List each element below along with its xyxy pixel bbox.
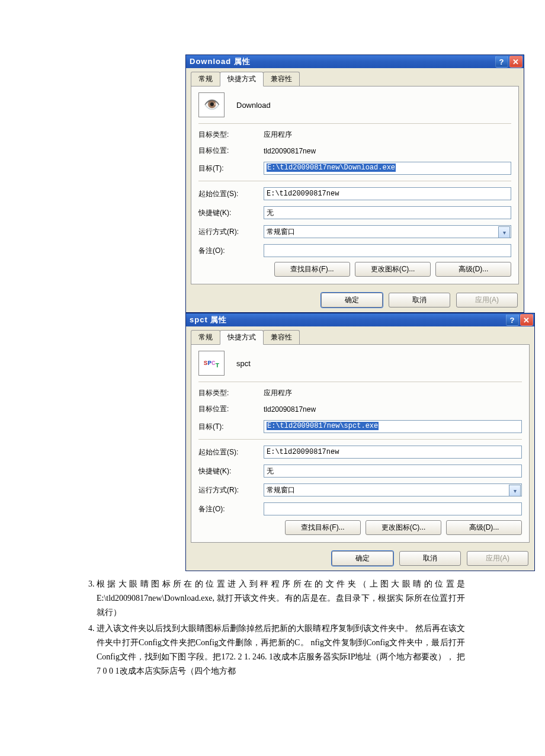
tab-panel: SPCT spct 目标类型: 应用程序 目标位置: tld20090817ne…: [191, 344, 530, 543]
target-input[interactable]: E:\tld20090817new\spct.exe: [264, 420, 522, 433]
hotkey-input[interactable]: [264, 206, 511, 219]
list-item-4: 进入该文件夹以后找到大眼睛图标后删除掉然后把新的大眼睛程序复制到该文件夹中。 然…: [97, 622, 465, 678]
window-title: spct 属性: [190, 315, 227, 325]
runmode-select[interactable]: ▾: [264, 483, 522, 496]
label-target-loc: 目标位置:: [198, 146, 264, 156]
find-target-button[interactable]: 查找目标(F)...: [285, 520, 361, 535]
tabstrip: 常规 快捷方式 兼容性: [186, 326, 534, 344]
help-button[interactable]: ?: [495, 56, 508, 68]
value-target-type: 应用程序: [264, 388, 522, 398]
titlebar[interactable]: Download 属性 ? ✕: [186, 55, 524, 68]
find-target-button[interactable]: 查找目标(F)...: [274, 262, 350, 277]
label-comment: 备注(O):: [198, 504, 264, 514]
value-target-loc: tld20090817new: [264, 147, 511, 155]
tab-shortcut[interactable]: 快捷方式: [220, 330, 264, 345]
app-name-label: spct: [236, 359, 251, 368]
tab-general[interactable]: 常规: [191, 72, 220, 86]
titlebar[interactable]: spct 属性 ? ✕: [186, 313, 534, 326]
value-target-type: 应用程序: [264, 130, 511, 140]
label-hotkey: 快捷键(K):: [198, 208, 264, 218]
spct-icon: SPCT: [198, 351, 225, 376]
tab-compat[interactable]: 兼容性: [263, 330, 300, 344]
label-target: 目标(T):: [198, 422, 264, 432]
apply-button: 应用(A): [467, 551, 528, 566]
startin-input[interactable]: [264, 446, 522, 459]
spct-properties-dialog: spct 属性 ? ✕ 常规 快捷方式 兼容性 SPCT spct 目标类型: …: [185, 313, 535, 571]
apply-button: 应用(A): [456, 293, 518, 307]
chevron-down-icon[interactable]: ▾: [509, 485, 521, 496]
close-button[interactable]: ✕: [509, 56, 522, 68]
label-comment: 备注(O):: [198, 246, 264, 256]
label-hotkey: 快捷键(K):: [198, 466, 264, 476]
advanced-button[interactable]: 高级(D)...: [446, 520, 522, 535]
cancel-button[interactable]: 取消: [399, 551, 461, 566]
chevron-down-icon[interactable]: ▾: [498, 226, 510, 238]
tab-compat[interactable]: 兼容性: [263, 72, 300, 86]
runmode-select[interactable]: ▾: [264, 225, 511, 238]
ok-button[interactable]: 确定: [321, 293, 383, 307]
help-button[interactable]: ?: [506, 314, 519, 326]
download-properties-dialog: Download 属性 ? ✕ 常规 快捷方式 兼容性 👁️ Download …: [185, 55, 524, 313]
advanced-button[interactable]: 高级(D)...: [435, 262, 511, 277]
cancel-button[interactable]: 取消: [389, 293, 450, 307]
document-text: 根据大眼睛图标所在的位置进入到秤程序所在的文件夹（上图大眼睛的位置是E:\tld…: [80, 577, 465, 678]
app-name-label: Download: [236, 101, 271, 110]
comment-input[interactable]: [264, 244, 511, 257]
label-startin: 起始位置(S):: [198, 447, 264, 457]
startin-input[interactable]: [264, 187, 511, 200]
value-target-loc: tld20090817new: [264, 405, 522, 414]
label-target-loc: 目标位置:: [198, 404, 264, 414]
tab-general[interactable]: 常规: [191, 330, 220, 344]
label-target: 目标(T):: [198, 164, 264, 174]
tab-shortcut[interactable]: 快捷方式: [220, 72, 264, 87]
label-target-type: 目标类型:: [198, 130, 264, 140]
label-target-type: 目标类型:: [198, 388, 264, 398]
tab-panel: 👁️ Download 目标类型: 应用程序 目标位置: tld20090817…: [191, 86, 519, 284]
close-button[interactable]: ✕: [520, 314, 533, 326]
label-runmode: 运行方式(R):: [198, 485, 264, 495]
tabstrip: 常规 快捷方式 兼容性: [186, 68, 524, 86]
change-icon-button[interactable]: 更改图标(C)...: [366, 520, 441, 535]
change-icon-button[interactable]: 更改图标(C)...: [355, 262, 431, 277]
ok-button[interactable]: 确定: [332, 551, 393, 566]
comment-input[interactable]: [264, 502, 522, 515]
eye-icon: 👁️: [198, 92, 225, 117]
label-runmode: 运行方式(R):: [198, 227, 264, 237]
target-input[interactable]: E:\tld20090817new\Download.exe: [264, 162, 511, 175]
window-title: Download 属性: [190, 56, 251, 67]
label-startin: 起始位置(S):: [198, 189, 264, 199]
hotkey-input[interactable]: [264, 465, 522, 478]
list-item-3: 根据大眼睛图标所在的位置进入到秤程序所在的文件夹（上图大眼睛的位置是E:\tld…: [97, 577, 465, 619]
